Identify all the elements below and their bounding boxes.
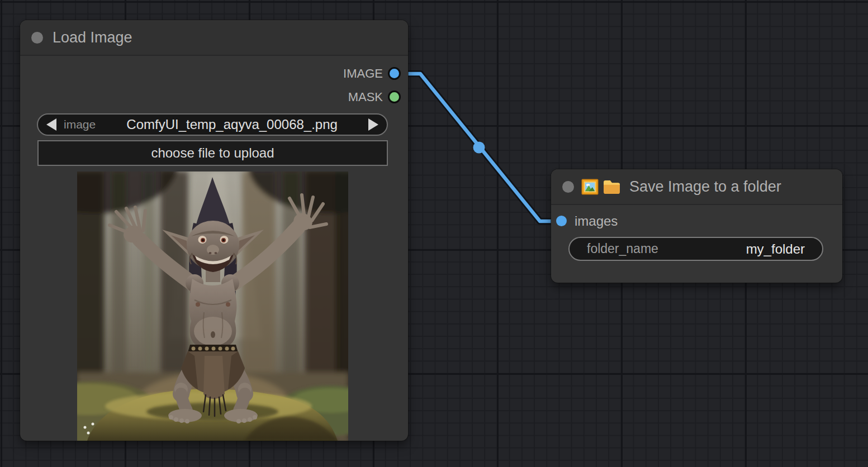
combo-value: ComfyUI_temp_aqyva_00068_.png (96, 117, 368, 132)
node-graph-canvas[interactable]: Load Image IMAGE MASK image ComfyUI_temp… (0, 0, 868, 467)
combo-label: image (64, 118, 96, 131)
node-title: Load Image (53, 29, 132, 46)
load-image-titlebar[interactable]: Load Image (20, 20, 408, 56)
output-label-mask: MASK (348, 90, 383, 104)
link-midpoint-dot[interactable] (473, 142, 485, 154)
image-combo-widget[interactable]: image ComfyUI_temp_aqyva_00068_.png (37, 113, 388, 136)
node-save-image-to-folder[interactable]: Save Image to a folder images folder_nam… (551, 169, 842, 283)
collapse-dot-icon[interactable] (562, 181, 574, 193)
output-dot-image[interactable] (388, 67, 401, 80)
node-load-image[interactable]: Load Image IMAGE MASK image ComfyUI_temp… (20, 20, 408, 441)
folder-name-value: my_folder (746, 241, 805, 257)
image-preview (77, 171, 348, 441)
output-label-image: IMAGE (343, 66, 383, 81)
choose-file-button[interactable]: choose file to upload (37, 140, 388, 166)
folder-name-label: folder_name (587, 241, 658, 256)
combo-prev-arrow-icon[interactable] (46, 118, 56, 131)
troll-forest-illustration (77, 171, 348, 441)
folder-icon (603, 179, 621, 195)
framed-picture-icon (581, 179, 599, 195)
combo-next-arrow-icon[interactable] (368, 118, 378, 131)
output-dot-mask[interactable] (388, 90, 401, 103)
folder-name-widget[interactable]: folder_name my_folder (568, 237, 823, 261)
node-title: Save Image to a folder (629, 178, 781, 196)
input-dot-images[interactable] (556, 216, 567, 226)
collapse-dot-icon[interactable] (31, 32, 43, 44)
input-label-images: images (575, 213, 618, 229)
save-image-titlebar[interactable]: Save Image to a folder (551, 169, 842, 205)
